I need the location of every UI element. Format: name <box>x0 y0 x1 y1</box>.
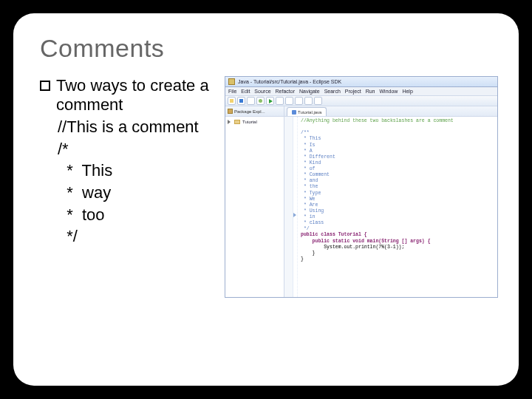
eclipse-app-icon <box>228 78 235 85</box>
menu-search[interactable]: Search <box>324 89 341 94</box>
code-line-comment: //Anything behind these two backslashes … <box>301 118 454 123</box>
disclosure-triangle-icon[interactable] <box>228 120 232 124</box>
package-icon <box>228 109 233 114</box>
square-bullet-icon <box>40 81 50 91</box>
editor-tab-strip: Tutorial.java <box>284 106 497 117</box>
run-button[interactable] <box>266 97 274 105</box>
package-explorer-tab[interactable]: Package Expl... <box>225 106 284 117</box>
folding-ruler <box>293 117 298 297</box>
editor-tab[interactable]: Tutorial.java <box>287 107 327 116</box>
menu-edit[interactable]: Edit <box>241 89 250 94</box>
slide-frame: Comments Two ways to create a comment //… <box>13 13 519 386</box>
eclipse-window: Java - Tutorial/src/Tutorial.java - Ecli… <box>225 76 498 298</box>
slide-left-column: Two ways to create a comment //This is a… <box>40 76 225 248</box>
editor-panel: Tutorial.java //Anything behind these tw… <box>284 106 497 297</box>
tool-button[interactable] <box>304 97 313 105</box>
bullet-item: Two ways to create a comment <box>40 76 219 115</box>
menu-navigate[interactable]: Navigate <box>299 89 320 94</box>
tree-node-project[interactable]: Tutorial <box>228 119 282 125</box>
tool-button[interactable] <box>295 97 303 105</box>
code-class-line: public class Tutorial { <box>301 232 367 237</box>
menu-project[interactable]: Project <box>345 89 361 94</box>
project-folder-icon <box>234 120 240 124</box>
line-gutter <box>284 117 293 297</box>
save-button[interactable] <box>237 97 245 105</box>
code-area[interactable]: //Anything behind these two backslashes … <box>298 117 497 297</box>
tool-button[interactable] <box>314 97 322 105</box>
slide-body: Two ways to create a comment //This is a… <box>40 76 492 298</box>
bullet-text: Two ways to create a comment <box>56 76 219 115</box>
bullet-subtext: //This is a comment /* * This * way * to… <box>58 116 219 248</box>
menu-bar[interactable]: File Edit Source Refactor Navigate Searc… <box>225 87 497 96</box>
debug-button[interactable] <box>256 97 265 105</box>
editor-content[interactable]: //Anything behind these two backslashes … <box>284 117 497 297</box>
fold-marker-icon[interactable] <box>293 213 296 217</box>
ide-workspace: Package Expl... Tutorial <box>225 106 497 297</box>
menu-refactor[interactable]: Refactor <box>276 89 295 94</box>
menu-help[interactable]: Help <box>402 89 412 94</box>
project-name: Tutorial <box>242 120 257 124</box>
tool-button[interactable] <box>276 97 284 105</box>
menu-run[interactable]: Run <box>366 89 375 94</box>
code-brace2: } <box>301 256 304 262</box>
menu-source[interactable]: Source <box>254 89 270 94</box>
code-block-comment: /** * This * Is * A * Different * Kind *… <box>301 130 335 231</box>
tool-bar <box>225 96 497 106</box>
new-button[interactable] <box>228 97 236 105</box>
print-button[interactable] <box>247 97 255 105</box>
code-main-line: public static void main(String [] args) … <box>301 239 431 244</box>
package-explorer-label: Package Expl... <box>234 109 265 114</box>
package-tree[interactable]: Tutorial <box>225 117 284 297</box>
package-explorer-panel: Package Expl... Tutorial <box>225 106 284 297</box>
window-title-text: Java - Tutorial/src/Tutorial.java - Ecli… <box>238 79 341 84</box>
java-file-icon <box>292 110 296 115</box>
editor-tab-label: Tutorial.java <box>298 110 321 115</box>
slide-title: Comments <box>40 34 492 63</box>
window-titlebar: Java - Tutorial/src/Tutorial.java - Ecli… <box>225 77 497 87</box>
menu-file[interactable]: File <box>228 89 236 94</box>
code-brace1: } <box>301 250 316 256</box>
menu-window[interactable]: Window <box>379 89 398 94</box>
code-print-line: System.out.println(7%(3-1)); <box>301 245 404 250</box>
slide-right-column: Java - Tutorial/src/Tutorial.java - Ecli… <box>225 76 498 298</box>
tool-button[interactable] <box>285 97 293 105</box>
